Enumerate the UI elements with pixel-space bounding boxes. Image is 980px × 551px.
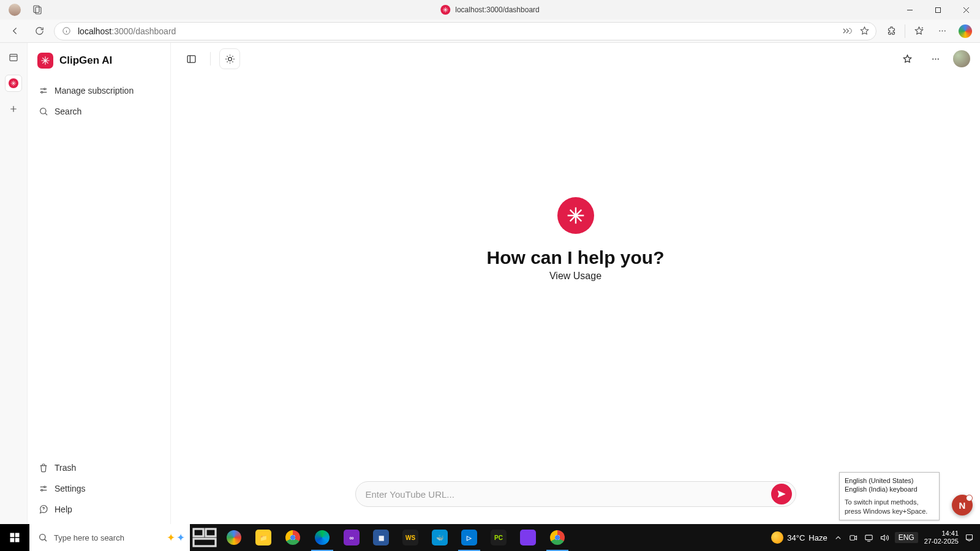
url-input-bar[interactable]: [355, 481, 796, 507]
svg-point-8: [44, 88, 46, 90]
taskbar-app-vscode[interactable]: ▷: [454, 524, 484, 551]
tray-notifications-icon[interactable]: [965, 533, 974, 542]
nav-back-button[interactable]: [5, 21, 24, 41]
favorite-star-icon[interactable]: [859, 26, 870, 36]
read-aloud-icon[interactable]: [842, 26, 852, 36]
svg-point-4: [939, 31, 940, 32]
taskbar-app-visualstudio[interactable]: ∞: [337, 524, 366, 551]
tab-actions-icon[interactable]: [5, 49, 22, 66]
sidebar-item-trash[interactable]: Trash: [34, 458, 164, 478]
taskbar-app-explorer[interactable]: 📁: [249, 524, 278, 551]
taskbar-app-webstorm[interactable]: WS: [396, 524, 425, 551]
start-button[interactable]: [0, 524, 29, 551]
url-text: localhost:3000/dashboard: [78, 26, 176, 36]
copilot-button[interactable]: [956, 21, 975, 41]
app-brand[interactable]: ClipGen AI: [34, 51, 164, 72]
help-icon: [39, 504, 48, 514]
svg-rect-24: [206, 529, 216, 536]
taskbar-app-edge[interactable]: [307, 524, 337, 551]
weather-icon: [771, 531, 783, 544]
weather-widget[interactable]: 34°C Haze: [771, 531, 827, 544]
taskbar-search[interactable]: Type here to search ✦✦: [29, 524, 190, 551]
taskbar-apps: 📁 ∞ ▦ WS 🐳 ▷ PC: [190, 524, 572, 551]
tray-volume-icon[interactable]: [880, 533, 889, 542]
extensions-icon[interactable]: [881, 21, 901, 41]
search-icon: [39, 107, 48, 116]
svg-point-10: [40, 108, 46, 114]
new-tab-button[interactable]: [5, 100, 22, 118]
app-sidebar: ClipGen AI Manage subscription Search: [28, 43, 171, 524]
sidebar-item-label: Search: [55, 107, 81, 116]
taskbar-app-purple[interactable]: [513, 524, 543, 551]
window-minimize-button[interactable]: [895, 0, 924, 20]
user-avatar[interactable]: [953, 50, 970, 67]
hero-section: How can I help you? View Usage: [171, 75, 980, 524]
taskbar-app-calculator[interactable]: ▦: [366, 524, 396, 551]
svg-point-12: [41, 489, 43, 491]
svg-point-16: [935, 58, 936, 59]
svg-point-5: [941, 31, 943, 32]
svg-rect-18: [10, 533, 15, 538]
url-path: :3000/dashboard: [111, 26, 176, 36]
theme-toggle-button[interactable]: [219, 48, 240, 69]
task-view-icon[interactable]: [190, 524, 219, 551]
browser-menu-icon[interactable]: [932, 21, 952, 41]
sidebar-item-settings[interactable]: Settings: [34, 479, 164, 498]
hero-heading: How can I help you?: [486, 247, 664, 268]
weather-condition: Haze: [809, 533, 827, 542]
sliders-icon: [39, 86, 48, 96]
svg-point-14: [228, 57, 232, 61]
svg-point-17: [937, 58, 938, 59]
svg-point-22: [40, 534, 45, 540]
toggle-sidebar-button[interactable]: [181, 48, 202, 69]
tooltip-line: English (United States): [845, 476, 934, 485]
app-more-button[interactable]: [925, 48, 946, 69]
taskbar-app-chrome2[interactable]: [543, 524, 572, 551]
app-star-button[interactable]: [897, 48, 918, 69]
tooltip-line: English (India) keyboard: [845, 485, 934, 494]
youtube-url-input[interactable]: [366, 489, 771, 500]
weather-temp: 34°C: [787, 533, 805, 542]
nav-refresh-button[interactable]: [29, 21, 49, 41]
taskbar-app-docker[interactable]: 🐳: [425, 524, 454, 551]
tray-language[interactable]: ENG: [895, 532, 918, 543]
notification-badge[interactable]: N: [952, 495, 973, 515]
tray-meet-now-icon[interactable]: [849, 533, 858, 542]
system-tray: 34°C Haze ENG 14:41 27-02-2025: [771, 524, 980, 551]
sidebar-item-search[interactable]: Search: [34, 102, 164, 121]
view-usage-link[interactable]: View Usage: [549, 271, 601, 282]
sidebar-item-manage-subscription[interactable]: Manage subscription: [34, 81, 164, 100]
window-maximize-button[interactable]: [924, 0, 952, 20]
svg-rect-20: [10, 538, 15, 542]
sidebar-item-label: Settings: [55, 484, 86, 493]
taskbar-app-chrome[interactable]: [278, 524, 307, 551]
app-topbar: [171, 43, 980, 75]
search-highlight-icon: ✦✦: [167, 531, 185, 544]
language-tooltip: English (United States) English (India) …: [839, 472, 940, 520]
taskbar-search-placeholder: Type here to search: [54, 533, 124, 542]
collections-icon[interactable]: [909, 21, 929, 41]
url-host: localhost: [78, 26, 111, 36]
tray-clock[interactable]: 14:41 27-02-2025: [924, 530, 959, 545]
window-close-button[interactable]: [952, 0, 980, 20]
browser-profile-avatar[interactable]: [9, 4, 21, 16]
taskbar-app-pycharm[interactable]: PC: [484, 524, 513, 551]
tooltip-line: To switch input methods, press Windows k…: [845, 498, 934, 516]
site-info-icon[interactable]: [61, 26, 72, 37]
clock-time: 14:41: [924, 530, 959, 538]
app-name: ClipGen AI: [59, 54, 112, 67]
submit-button[interactable]: [771, 484, 792, 504]
taskbar-app-copilot[interactable]: [219, 524, 249, 551]
workspaces-icon[interactable]: [32, 4, 43, 15]
address-bar[interactable]: localhost:3000/dashboard: [54, 22, 876, 40]
svg-rect-7: [10, 54, 17, 61]
svg-rect-26: [850, 535, 855, 540]
active-tab-icon[interactable]: [5, 75, 22, 92]
tray-chevron-icon[interactable]: [834, 533, 843, 542]
svg-rect-28: [967, 534, 973, 539]
svg-rect-27: [865, 535, 872, 540]
tray-network-icon[interactable]: [864, 533, 873, 542]
tab-title: localhost:3000/dashboard: [455, 6, 539, 14]
sidebar-item-help[interactable]: Help: [34, 500, 164, 519]
svg-rect-23: [194, 529, 203, 536]
